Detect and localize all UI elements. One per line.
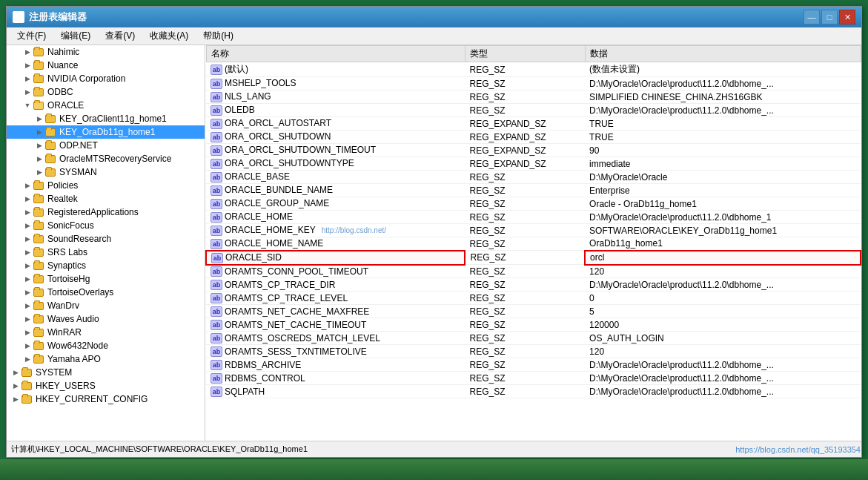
tree-item-odbc[interactable]: ▶ODBC bbox=[7, 85, 205, 99]
menu-item-file[interactable]: 文件(F) bbox=[10, 28, 53, 44]
tree-item-nvidia-corporation[interactable]: ▶NVIDIA Corporation bbox=[7, 72, 205, 85]
expand-icon[interactable]: ▶ bbox=[21, 233, 33, 245]
tree-item-key_oradb11g_home1[interactable]: ▶KEY_OraDb11g_home1 bbox=[7, 125, 205, 139]
expand-icon[interactable]: ▶ bbox=[21, 59, 33, 71]
tree-item-nuance[interactable]: ▶Nuance bbox=[7, 59, 205, 72]
tree-item-soundresearch[interactable]: ▶SoundResearch bbox=[7, 232, 205, 246]
table-row[interactable]: abORAMTS_OSCREDS_MATCH_LEVELREG_SZOS_AUT… bbox=[206, 332, 861, 345]
expand-icon[interactable]: ▶ bbox=[10, 393, 21, 405]
table-row[interactable]: abORAMTS_CONN_POOL_TIMEOUTREG_SZ120 bbox=[206, 265, 861, 278]
tree-item-srs-labs[interactable]: ▶SRS Labs bbox=[7, 246, 205, 259]
tree-item-waves-audio[interactable]: ▶Waves Audio bbox=[7, 312, 205, 326]
expand-icon[interactable]: ▼ bbox=[21, 99, 33, 111]
tree-item-tortoiseoverlays[interactable]: ▶TortoiseOverlays bbox=[7, 286, 205, 299]
tree-item-hkey_users[interactable]: ▶HKEY_USERS bbox=[7, 379, 205, 392]
table-row[interactable]: abORACLE_BUNDLE_NAMEREG_SZEnterprise bbox=[206, 184, 861, 197]
tree-item-wandrv[interactable]: ▶WanDrv bbox=[7, 299, 205, 312]
tree-item-sysman[interactable]: ▶SYSMAN bbox=[7, 165, 205, 179]
table-row[interactable]: abMSHELP_TOOLSREG_SZD:\MyOracle\Oracle\p… bbox=[206, 77, 861, 91]
expand-icon[interactable]: ▶ bbox=[21, 46, 33, 58]
menu-item-favorites[interactable]: 收藏夹(A) bbox=[142, 28, 196, 44]
expand-icon[interactable]: ▶ bbox=[33, 166, 45, 178]
expand-icon[interactable]: ▶ bbox=[21, 246, 33, 258]
table-row[interactable]: abORAMTS_NET_CACHE_TIMEOUTREG_SZ120000 bbox=[206, 318, 861, 332]
reg-value-icon: ab bbox=[211, 306, 222, 317]
table-row[interactable]: abORACLE_BASEREG_SZD:\MyOracle\Oracle bbox=[206, 171, 861, 184]
expand-icon[interactable]: ▶ bbox=[21, 326, 33, 338]
tree-item-realtek[interactable]: ▶Realtek bbox=[7, 192, 205, 206]
reg-value-name: ORACLE_HOME_NAME bbox=[225, 238, 323, 249]
tree-item-policies[interactable]: ▶Policies bbox=[7, 179, 205, 192]
expand-icon[interactable]: ▶ bbox=[21, 286, 33, 298]
table-row[interactable]: abRDBMS_CONTROLREG_SZD:\MyOracle\Oracle\… bbox=[206, 372, 861, 385]
reg-value-icon: ab bbox=[211, 239, 222, 249]
maximize-button[interactable]: □ bbox=[821, 10, 838, 24]
table-row[interactable]: abORA_ORCL_SHUTDOWNREG_EXPAND_SZTRUE bbox=[206, 131, 861, 144]
menu-item-help[interactable]: 帮助(H) bbox=[196, 28, 241, 44]
table-row[interactable]: ab(默认)REG_SZ(数值未设置) bbox=[206, 62, 861, 77]
table-row[interactable]: abORA_ORCL_SHUTDOWNTYPEREG_EXPAND_SZimme… bbox=[206, 157, 861, 171]
table-row[interactable]: abORACLE_HOME_NAMEREG_SZOraDb11g_home1 bbox=[206, 237, 861, 251]
reg-value-name: (默认) bbox=[225, 64, 248, 74]
tree-item-yamaha-apo[interactable]: ▶Yamaha APO bbox=[7, 352, 205, 366]
table-row[interactable]: abOLEDBREG_SZD:\MyOracle\Oracle\product\… bbox=[206, 104, 861, 117]
close-button[interactable]: ✕ bbox=[839, 10, 855, 24]
tree-pane[interactable]: ▶Nahimic▶Nuance▶NVIDIA Corporation▶ODBC▼… bbox=[7, 45, 205, 441]
expand-icon[interactable]: ▶ bbox=[21, 273, 33, 285]
table-row[interactable]: abORACLE_HOMEREG_SZD:\MyOracle\Oracle\pr… bbox=[206, 211, 861, 224]
table-row[interactable]: abNLS_LANGREG_SZSIMPLIFIED CHINESE_CHINA… bbox=[206, 91, 861, 104]
tree-item-oraclemtsrecoveryservice[interactable]: ▶OracleMTSRecoveryService bbox=[7, 152, 205, 165]
expand-icon[interactable]: ▶ bbox=[21, 313, 33, 325]
tree-item-nahimic[interactable]: ▶Nahimic bbox=[7, 45, 205, 59]
tree-item-hkey_current_config[interactable]: ▶HKEY_CURRENT_CONFIG bbox=[7, 392, 205, 406]
expand-icon[interactable]: ▶ bbox=[21, 86, 33, 98]
tree-item-wow6432node[interactable]: ▶Wow6432Node bbox=[7, 339, 205, 352]
tree-item-synaptics[interactable]: ▶Synaptics bbox=[7, 259, 205, 272]
reg-value-type: REG_SZ bbox=[465, 224, 585, 237]
table-row[interactable]: abORACLE_HOME_KEYhttp://blog.csdn.net/RE… bbox=[206, 224, 861, 237]
folder-icon bbox=[33, 100, 45, 111]
expand-icon[interactable]: ▶ bbox=[33, 126, 45, 138]
tree-item-winrar[interactable]: ▶WinRAR bbox=[7, 326, 205, 339]
menu-item-view[interactable]: 查看(V) bbox=[98, 28, 142, 44]
reg-value-data: TRUE bbox=[585, 117, 861, 131]
minimize-button[interactable]: — bbox=[804, 10, 820, 24]
reg-value-icon: ab bbox=[211, 212, 222, 223]
expand-icon[interactable]: ▶ bbox=[21, 220, 33, 231]
tree-item-key_oraclient11g_home1[interactable]: ▶KEY_OraClient11g_home1 bbox=[7, 112, 205, 125]
reg-value-data: D:\MyOracle\Oracle bbox=[585, 171, 861, 184]
expand-icon[interactable]: ▶ bbox=[33, 113, 45, 125]
column-header-data: 数据 bbox=[585, 46, 861, 62]
expand-icon[interactable]: ▶ bbox=[10, 366, 21, 378]
expand-icon[interactable]: ▶ bbox=[21, 206, 33, 218]
tree-label: TortoiseHg bbox=[47, 274, 90, 284]
table-row[interactable]: abORAMTS_CP_TRACE_LEVELREG_SZ0 bbox=[206, 292, 861, 305]
expand-icon[interactable]: ▶ bbox=[21, 180, 33, 191]
table-row[interactable]: abSQLPATHREG_SZD:\MyOracle\Oracle\produc… bbox=[206, 385, 861, 398]
tree-item-odp.net[interactable]: ▶ODP.NET bbox=[7, 139, 205, 152]
tree-item-oracle[interactable]: ▼ORACLE bbox=[7, 99, 205, 112]
menu-item-edit[interactable]: 编辑(E) bbox=[53, 28, 98, 44]
reg-value-icon: ab bbox=[211, 172, 222, 183]
table-row[interactable]: abORA_ORCL_SHUTDOWN_TIMEOUTREG_EXPAND_SZ… bbox=[206, 144, 861, 157]
table-row[interactable]: abRDBMS_ARCHIVEREG_SZD:\MyOracle\Oracle\… bbox=[206, 358, 861, 372]
expand-icon[interactable]: ▶ bbox=[33, 153, 45, 165]
table-row[interactable]: abORACLE_GROUP_NAMEREG_SZOracle - OraDb1… bbox=[206, 197, 861, 211]
expand-icon[interactable]: ▶ bbox=[21, 300, 33, 312]
tree-item-system[interactable]: ▶SYSTEM bbox=[7, 366, 205, 379]
table-row[interactable]: abORA_ORCL_AUTOSTARTREG_EXPAND_SZTRUE bbox=[206, 117, 861, 131]
expand-icon[interactable]: ▶ bbox=[21, 260, 33, 272]
tree-item-sonicfocus[interactable]: ▶SonicFocus bbox=[7, 219, 205, 232]
expand-icon[interactable]: ▶ bbox=[10, 380, 21, 392]
tree-item-tortoisehg[interactable]: ▶TortoiseHg bbox=[7, 272, 205, 286]
expand-icon[interactable]: ▶ bbox=[21, 73, 33, 85]
expand-icon[interactable]: ▶ bbox=[21, 340, 33, 352]
table-row[interactable]: abORAMTS_CP_TRACE_DIRREG_SZD:\MyOracle\O… bbox=[206, 278, 861, 292]
tree-item-registeredapplications[interactable]: ▶RegisteredApplications bbox=[7, 206, 205, 219]
expand-icon[interactable]: ▶ bbox=[21, 193, 33, 205]
table-row[interactable]: abORAMTS_NET_CACHE_MAXFREEREG_SZ5 bbox=[206, 305, 861, 318]
table-row[interactable]: abORACLE_SIDREG_SZorcl bbox=[206, 251, 861, 265]
expand-icon[interactable]: ▶ bbox=[21, 353, 33, 365]
expand-icon[interactable]: ▶ bbox=[33, 139, 45, 151]
table-row[interactable]: abORAMTS_SESS_TXNTIMETOLIVEREG_SZ120 bbox=[206, 345, 861, 358]
